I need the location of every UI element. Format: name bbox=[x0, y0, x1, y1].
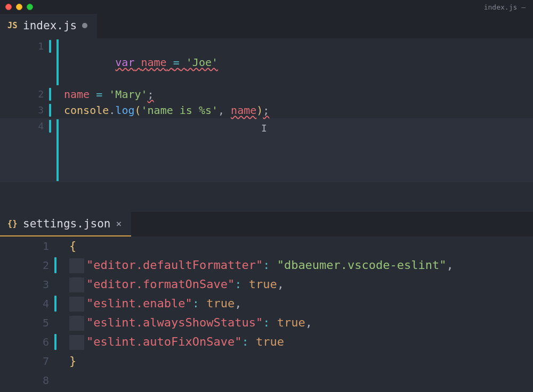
gutter: 3 bbox=[0, 102, 53, 118]
token-string: 'Joe' bbox=[186, 56, 218, 69]
code-content[interactable]: "eslint.enable": true, bbox=[59, 294, 533, 313]
gutter: 2 bbox=[0, 256, 59, 275]
token-variable: name bbox=[141, 56, 167, 69]
cursor-bar bbox=[56, 39, 59, 85]
code-line[interactable]: 1 var name = 'Joe' bbox=[0, 38, 533, 86]
token-colon: : bbox=[192, 297, 199, 310]
indent-guide bbox=[69, 277, 84, 292]
code-content[interactable]: "eslint.alwaysShowStatus": true, bbox=[59, 313, 533, 332]
json-file-icon: {} bbox=[7, 219, 18, 228]
code-content[interactable]: "eslint.autoFixOnSave": true bbox=[59, 332, 533, 352]
token-const: true bbox=[256, 335, 284, 348]
code-content[interactable]: } bbox=[59, 352, 533, 371]
line-number: 6 bbox=[43, 332, 49, 352]
gutter: 6 bbox=[0, 332, 59, 352]
diff-indicator bbox=[49, 88, 51, 101]
code-line[interactable]: 4 "eslint.enable": true, bbox=[0, 294, 533, 313]
indent-guide bbox=[69, 335, 84, 350]
code-content[interactable]: "editor.defaultFormatter": "dbaeumer.vsc… bbox=[59, 256, 533, 275]
token-comma: , bbox=[235, 297, 241, 310]
code-line[interactable]: 2 name = 'Mary'; bbox=[0, 86, 533, 102]
gutter: 1 bbox=[0, 38, 53, 54]
code-line[interactable]: 1 { bbox=[0, 236, 533, 256]
gutter: 8 bbox=[0, 371, 59, 390]
gutter: 1 bbox=[0, 236, 59, 256]
code-content[interactable]: "editor.formatOnSave": true, bbox=[59, 275, 533, 294]
window-zoom-button[interactable] bbox=[27, 4, 33, 10]
code-content[interactable]: var name = 'Joe' bbox=[53, 38, 533, 86]
token-object: console bbox=[64, 104, 109, 117]
token-bracket: } bbox=[69, 354, 76, 368]
window-close-button[interactable] bbox=[5, 4, 12, 10]
code-editor-settings[interactable]: 1 { 2 "editor.defaultFormatter": "dbaeum… bbox=[0, 236, 533, 390]
editor-pane-indexjs: JS index.js 1 var name = 'Joe' 2 name = … bbox=[0, 14, 533, 182]
tabstrip-bottom: {} settings.json × bbox=[0, 212, 533, 236]
window-titlebar: index.js — bbox=[0, 0, 533, 14]
code-editor-indexjs[interactable]: 1 var name = 'Joe' 2 name = 'Mary'; 3 co… bbox=[0, 38, 533, 182]
token-keyword: var bbox=[115, 56, 134, 69]
line-number: 5 bbox=[43, 313, 49, 332]
token-comma: , bbox=[277, 277, 284, 291]
token-operator: = bbox=[96, 88, 102, 101]
line-number: 3 bbox=[43, 275, 49, 294]
code-content[interactable]: name = 'Mary'; bbox=[53, 86, 533, 102]
code-line[interactable]: 8 bbox=[0, 371, 533, 390]
line-number: 1 bbox=[43, 236, 49, 256]
indent-guide bbox=[69, 316, 84, 331]
token-punct: . bbox=[109, 104, 115, 117]
editor-pane-settings: {} settings.json × 1 { 2 "editor.default… bbox=[0, 212, 533, 390]
code-line[interactable]: 2 "editor.defaultFormatter": "dbaeumer.v… bbox=[0, 256, 533, 275]
code-line[interactable]: 6 "eslint.autoFixOnSave": true bbox=[0, 332, 533, 352]
token-string: 'name is %s' bbox=[141, 104, 219, 117]
token-colon: : bbox=[263, 258, 270, 272]
token-colon: : bbox=[235, 277, 241, 291]
text-cursor-icon: I bbox=[261, 120, 267, 136]
token-colon: : bbox=[263, 316, 270, 329]
diff-indicator bbox=[49, 40, 51, 53]
gutter: 3 bbox=[0, 275, 59, 294]
tabstrip-top: JS index.js bbox=[0, 14, 533, 38]
line-number: 1 bbox=[38, 38, 44, 54]
token-comma: , bbox=[305, 316, 312, 329]
code-line[interactable]: 5 "eslint.alwaysShowStatus": true, bbox=[0, 313, 533, 332]
diff-indicator bbox=[54, 257, 56, 273]
diff-indicator bbox=[54, 296, 56, 312]
token-key: "editor.defaultFormatter" bbox=[86, 258, 263, 272]
code-content[interactable]: { bbox=[59, 236, 533, 256]
indent-guide bbox=[69, 258, 84, 273]
line-number: 4 bbox=[43, 294, 49, 313]
token-const: true bbox=[249, 277, 277, 291]
gutter: 5 bbox=[0, 313, 59, 332]
tab-settingsjson[interactable]: {} settings.json × bbox=[0, 212, 131, 236]
code-line[interactable]: 3 "editor.formatOnSave": true, bbox=[0, 275, 533, 294]
gutter: 4 bbox=[0, 294, 59, 313]
close-icon[interactable]: × bbox=[116, 219, 122, 228]
line-number: 8 bbox=[43, 371, 49, 390]
token-colon: : bbox=[241, 335, 248, 348]
code-content[interactable]: console.log('name is %s', name); bbox=[53, 102, 533, 118]
tab-label: settings.json bbox=[23, 217, 110, 230]
code-line[interactable]: 7 } bbox=[0, 352, 533, 371]
window-minimize-button[interactable] bbox=[16, 4, 22, 10]
token-const: true bbox=[277, 316, 305, 329]
code-line[interactable]: 3 console.log('name is %s', name); bbox=[0, 102, 533, 118]
diff-indicator bbox=[49, 104, 51, 117]
token-function: log bbox=[115, 104, 134, 117]
token-const: true bbox=[206, 297, 235, 310]
code-content[interactable]: I bbox=[53, 118, 533, 182]
token-comma: , bbox=[447, 258, 454, 272]
token-bracket: ) bbox=[256, 104, 263, 117]
token-punct: ; bbox=[148, 88, 154, 101]
line-number: 2 bbox=[38, 86, 44, 102]
gutter: 4 bbox=[0, 118, 53, 134]
token-bracket: ( bbox=[134, 104, 141, 117]
tab-indexjs[interactable]: JS index.js bbox=[0, 14, 97, 38]
token-key: "eslint.autoFixOnSave" bbox=[86, 335, 241, 348]
tab-label: index.js bbox=[23, 19, 77, 32]
unsaved-indicator-icon bbox=[82, 23, 87, 28]
code-line-current[interactable]: 4 I bbox=[0, 118, 533, 182]
line-number: 4 bbox=[38, 118, 44, 134]
line-number: 2 bbox=[43, 256, 49, 275]
token-punct: , bbox=[218, 104, 224, 117]
gutter: 2 bbox=[0, 86, 53, 102]
